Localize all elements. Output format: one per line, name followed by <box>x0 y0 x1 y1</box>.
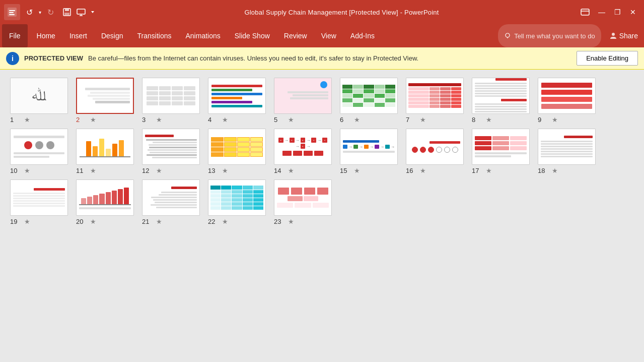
slide-thumbnail[interactable]: →→→→→ <box>340 129 398 165</box>
slide-star-icon[interactable]: ★ <box>354 116 360 124</box>
slide-item: 12★ <box>142 129 200 174</box>
slide-star-icon[interactable]: ★ <box>288 167 294 174</box>
slide-thumbnail[interactable] <box>142 78 200 114</box>
slide-meta: 11★ <box>76 167 134 174</box>
slide-thumbnail[interactable] <box>208 179 266 216</box>
undo-button[interactable]: ↺ <box>24 7 35 18</box>
slide-star-icon[interactable]: ★ <box>288 116 294 124</box>
slide-star-icon[interactable]: ★ <box>486 167 492 174</box>
slide-star-icon[interactable]: ★ <box>90 167 96 174</box>
menu-home[interactable]: Home <box>30 24 62 47</box>
slide-meta: 6★ <box>340 116 398 124</box>
svg-rect-6 <box>64 13 69 15</box>
menu-slideshow[interactable]: Slide Show <box>228 24 277 47</box>
slide-meta: 1★ <box>10 116 68 124</box>
slide-number: 13 <box>208 167 220 174</box>
menu-addins[interactable]: Add-Ins <box>343 24 382 47</box>
slide-star-icon[interactable]: ★ <box>24 218 30 225</box>
slide-thumbnail[interactable] <box>208 129 266 165</box>
slide-thumbnail[interactable] <box>472 129 530 165</box>
dropdown-icon[interactable] <box>90 10 95 15</box>
slide-thumbnail[interactable] <box>274 78 332 114</box>
slide-item: 19★ <box>10 179 68 225</box>
slide-thumbnail[interactable] <box>142 179 200 216</box>
minimize-button[interactable]: — <box>594 6 609 18</box>
slide-number: 14 <box>274 167 286 174</box>
enable-editing-button[interactable]: Enable Editing <box>577 51 638 66</box>
slide-star-icon[interactable]: ★ <box>156 167 162 174</box>
slide-number: 8 <box>472 116 484 124</box>
slide-star-icon[interactable]: ★ <box>486 116 492 124</box>
slide-star-icon[interactable]: ★ <box>222 167 228 174</box>
slide-grid-container: ﷲ1★ 2★ 3★ 4★ 5★ <box>0 70 644 362</box>
maximize-button[interactable]: ❐ <box>610 6 625 18</box>
slide-item: 9★ <box>538 78 596 124</box>
menu-view[interactable]: View <box>314 24 343 47</box>
slide-meta: 3★ <box>142 116 200 124</box>
search-area[interactable]: Tell me what you want to do <box>498 24 601 47</box>
slide-star-icon[interactable]: ★ <box>552 167 558 174</box>
slide-thumbnail[interactable] <box>472 78 530 114</box>
slide-thumbnail[interactable] <box>76 78 134 114</box>
slide-thumbnail[interactable] <box>340 78 398 114</box>
slide-thumbnail[interactable] <box>76 129 134 165</box>
slide-star-icon[interactable]: ★ <box>420 167 426 174</box>
slide-thumbnail[interactable] <box>142 129 200 165</box>
slide-number: 15 <box>340 167 352 174</box>
slide-star-icon[interactable]: ★ <box>222 218 228 225</box>
window-title: Global Supply Chain Management [Protecte… <box>103 9 580 16</box>
slide-thumbnail[interactable]: ▪→▪→▪→▪→▪→▪→ <box>274 129 332 165</box>
slide-number: 7 <box>406 116 418 124</box>
menu-transitions[interactable]: Transitions <box>130 24 179 47</box>
menu-animations[interactable]: Animations <box>178 24 227 47</box>
menu-design[interactable]: Design <box>94 24 130 47</box>
slide-thumbnail[interactable] <box>10 129 68 165</box>
svg-rect-2 <box>9 12 14 13</box>
slide-number: 12 <box>142 167 154 174</box>
slide-meta: 9★ <box>538 116 596 124</box>
menu-review[interactable]: Review <box>277 24 314 47</box>
slide-item: 13★ <box>208 129 266 174</box>
slide-star-icon[interactable]: ★ <box>156 116 162 124</box>
slide-item: →→→→→ 15★ <box>340 129 398 174</box>
slide-meta: 19★ <box>10 218 68 225</box>
slide-thumbnail[interactable] <box>10 179 68 216</box>
slide-thumbnail[interactable] <box>208 78 266 114</box>
slide-thumbnail[interactable] <box>538 129 596 165</box>
protected-view-label: PROTECTED VIEW <box>24 54 83 62</box>
undo-dropdown[interactable]: ▾ <box>37 9 43 16</box>
slide-meta: 4★ <box>208 116 266 124</box>
svg-point-13 <box>506 33 510 37</box>
slide-thumbnail[interactable] <box>76 179 134 216</box>
slide-grid: ﷲ1★ 2★ 3★ 4★ 5★ <box>10 78 634 225</box>
window-controls: — ❐ ✕ <box>594 6 640 18</box>
slide-star-icon[interactable]: ★ <box>24 167 30 174</box>
slide-star-icon[interactable]: ★ <box>354 167 360 174</box>
slide-star-icon[interactable]: ★ <box>552 116 558 124</box>
slide-thumbnail[interactable] <box>538 78 596 114</box>
menu-file[interactable]: File <box>2 24 28 47</box>
slide-star-icon[interactable]: ★ <box>24 116 30 124</box>
slide-number: 19 <box>10 218 22 225</box>
slide-star-icon[interactable]: ★ <box>420 116 426 124</box>
slide-number: 16 <box>406 167 418 174</box>
close-button[interactable]: ✕ <box>626 6 640 18</box>
slide-thumbnail[interactable]: ﷲ <box>10 78 68 114</box>
slide-thumbnail[interactable] <box>406 129 464 165</box>
slide-star-icon[interactable]: ★ <box>90 218 96 225</box>
slide-star-icon[interactable]: ★ <box>90 116 96 124</box>
menu-insert[interactable]: Insert <box>62 24 94 47</box>
slide-item: 21★ <box>142 179 200 225</box>
slide-star-icon[interactable]: ★ <box>156 218 162 225</box>
slide-star-icon[interactable]: ★ <box>288 218 294 225</box>
lightbulb-icon <box>504 32 511 39</box>
slide-star-icon[interactable]: ★ <box>222 116 228 124</box>
slide-item: 5★ <box>274 78 332 124</box>
slide-meta: 18★ <box>538 167 596 174</box>
slide-thumbnail[interactable] <box>406 78 464 114</box>
redo-button[interactable]: ↻ <box>45 7 56 18</box>
slide-thumbnail[interactable] <box>274 179 332 216</box>
share-button[interactable]: Share <box>605 24 642 47</box>
slide-number: 4 <box>208 116 220 124</box>
slide-meta: 16★ <box>406 167 464 174</box>
